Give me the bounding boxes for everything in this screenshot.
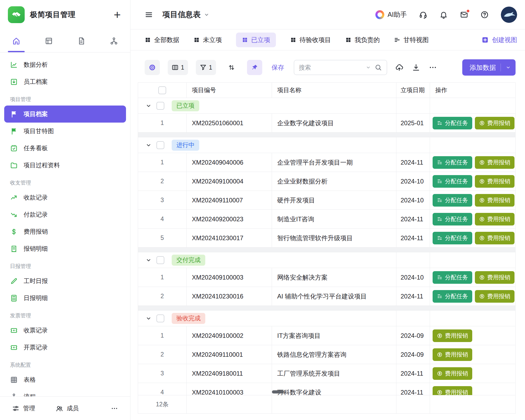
assign-task-button[interactable]: 分配任务: [433, 117, 472, 129]
group-checkbox[interactable]: [156, 102, 164, 110]
sidebar-item[interactable]: 员工档案: [4, 73, 126, 90]
sidebar-item[interactable]: 开票记录: [4, 339, 126, 356]
expense-report-button[interactable]: 费用报销: [475, 271, 514, 284]
sidebar-item[interactable]: 收款记录: [4, 189, 126, 206]
expense-report-button[interactable]: 费用报销: [475, 290, 514, 303]
sidebar-tab-home[interactable]: [0, 29, 33, 52]
table-row[interactable]: 1XM202501060001企业数字化建设项目2025-01分配任务费用报销: [138, 114, 515, 133]
view-tab[interactable]: 待验收项目: [290, 36, 331, 44]
expense-report-button[interactable]: 费用报销: [433, 367, 472, 380]
inbox-button[interactable]: [460, 10, 468, 19]
sidebar-item[interactable]: 项目过程资料: [4, 157, 126, 174]
group-checkbox[interactable]: [156, 314, 164, 322]
view-tab[interactable]: 全部数据: [145, 36, 179, 44]
add-app-button[interactable]: +: [114, 9, 121, 21]
expense-report-button[interactable]: 费用报销: [475, 156, 514, 169]
view-tab[interactable]: 未立项: [193, 36, 222, 44]
sort-button[interactable]: [224, 60, 239, 75]
horizontal-scrollbar-thumb[interactable]: [272, 390, 284, 393]
members-button[interactable]: 成员: [56, 404, 79, 412]
sidebar-section-label: 收支管理: [4, 174, 126, 189]
import-button[interactable]: [395, 63, 403, 72]
sidebar-item[interactable]: 项目甘特图: [4, 123, 126, 140]
expense-report-button[interactable]: 费用报销: [475, 232, 514, 244]
ai-assistant-button[interactable]: AI助手: [375, 10, 407, 19]
search-box[interactable]: 搜索: [294, 60, 387, 75]
sidebar-item[interactable]: 付款记录: [4, 206, 126, 223]
toolbar-more-button[interactable]: [429, 63, 437, 72]
sidebar-item[interactable]: 报销明细: [4, 240, 126, 257]
sidebar-item[interactable]: 任务看板: [4, 140, 126, 157]
expense-report-button[interactable]: 费用报销: [433, 386, 472, 395]
chevron-down-icon[interactable]: [145, 315, 152, 322]
sidebar-item[interactable]: 表格: [4, 371, 126, 388]
assign-task-button[interactable]: 分配任务: [433, 290, 472, 303]
expense-report-button[interactable]: 费用报销: [475, 175, 514, 188]
column-header-project-code[interactable]: 项目编号: [187, 83, 272, 98]
view-tab[interactable]: 我负责的: [345, 36, 380, 44]
table-row[interactable]: 4XM202410100003万科数字化建设2024-11费用报销: [138, 383, 515, 395]
view-tab[interactable]: 甘特视图: [394, 36, 429, 44]
sidebar-item[interactable]: 日报明细: [4, 290, 126, 307]
column-header-actions[interactable]: 操作: [430, 83, 515, 98]
sidebar-item[interactable]: 流程: [4, 388, 126, 396]
save-button[interactable]: 保存: [272, 63, 284, 72]
download-button[interactable]: [412, 63, 420, 72]
group-status-badge: 验收完成: [172, 313, 205, 324]
hamburger-menu-icon[interactable]: [145, 10, 153, 19]
user-avatar[interactable]: [501, 7, 517, 23]
assign-task-button[interactable]: 分配任务: [433, 213, 472, 225]
assign-task-button[interactable]: 分配任务: [433, 156, 472, 169]
select-all-checkbox[interactable]: [158, 86, 166, 94]
sidebar-tab-flow[interactable]: [98, 29, 130, 52]
table-row[interactable]: 1XM202409100003网络安全解决方案2024-10分配任务费用报销: [138, 268, 515, 287]
table-row[interactable]: 2XM202409110001铁路信息化管理方案咨询2024-09费用报销: [138, 345, 515, 364]
assign-task-button[interactable]: 分配任务: [433, 194, 472, 207]
sidebar-item[interactable]: 数据分析: [4, 56, 126, 73]
column-header-project-name[interactable]: 项目名称: [272, 83, 396, 98]
view-tab[interactable]: 已立项: [236, 33, 276, 47]
chevron-down-icon[interactable]: [145, 142, 152, 148]
chevron-down-icon[interactable]: [204, 12, 209, 18]
expense-report-button[interactable]: 费用报销: [433, 329, 472, 342]
table-row[interactable]: 1XM202409100002IT方案咨询项目2024-09费用报销: [138, 326, 515, 345]
table-row[interactable]: 5XM202410230017智行物流管理软件升级项目2024-11分配任务费用…: [138, 229, 515, 248]
create-view-button[interactable]: 创建视图: [481, 36, 517, 44]
sidebar-item[interactable]: 项目档案: [4, 106, 126, 123]
expense-report-button[interactable]: 费用报销: [475, 213, 514, 225]
column-header-start-date[interactable]: 立项日期: [396, 83, 430, 98]
pin-button[interactable]: [247, 60, 262, 75]
table-row[interactable]: 1XM202409040006企业管理平台开发项目一期2024-11分配任务费用…: [138, 153, 515, 172]
table-row[interactable]: 2XM202410230016AI 辅助个性化学习平台建设项目2024-11分配…: [138, 287, 515, 306]
settings-button[interactable]: [145, 60, 160, 75]
fields-config-button[interactable]: 1: [168, 60, 188, 75]
sidebar-tab-sheet[interactable]: [33, 29, 65, 52]
expense-report-button[interactable]: 费用报销: [475, 194, 514, 207]
group-checkbox[interactable]: [156, 256, 164, 264]
sidebar-item[interactable]: 收票记录: [4, 322, 126, 339]
chevron-down-icon[interactable]: [145, 257, 152, 263]
assign-task-button[interactable]: 分配任务: [433, 271, 472, 284]
table-row[interactable]: 2XM202409100004企业业财数据分析2024-10分配任务费用报销: [138, 172, 515, 191]
manage-button[interactable]: 管理: [12, 404, 35, 412]
chevron-down-icon[interactable]: [145, 103, 152, 109]
headset-icon[interactable]: [419, 10, 427, 19]
assign-task-button[interactable]: 分配任务: [433, 232, 472, 244]
assign-task-button[interactable]: 分配任务: [433, 175, 472, 188]
table-row[interactable]: 3XM202409110007硬件开发项目2024-10分配任务费用报销: [138, 191, 515, 210]
expense-report-button[interactable]: 费用报销: [433, 348, 472, 361]
group-checkbox[interactable]: [156, 141, 164, 149]
expense-report-button[interactable]: 费用报销: [475, 117, 514, 129]
table-row[interactable]: 3XM202409180011工厂管理系统开发项目2024-11费用报销: [138, 364, 515, 383]
chevron-down-icon[interactable]: [366, 65, 371, 70]
filter-button[interactable]: 1: [196, 60, 216, 75]
bell-icon[interactable]: [439, 10, 448, 19]
sidebar-item[interactable]: 费用报销: [4, 223, 126, 240]
help-icon[interactable]: [480, 10, 489, 19]
sidebar-item[interactable]: 工时日报: [4, 272, 126, 290]
add-data-button[interactable]: 添加数据: [462, 59, 516, 76]
sidebar-tab-document[interactable]: [65, 29, 98, 52]
search-icon[interactable]: [375, 64, 382, 71]
table-row[interactable]: 4XM202409200023制造业IT咨询2024-11分配任务费用报销: [138, 210, 515, 229]
sidebar-more-button[interactable]: [111, 405, 118, 412]
